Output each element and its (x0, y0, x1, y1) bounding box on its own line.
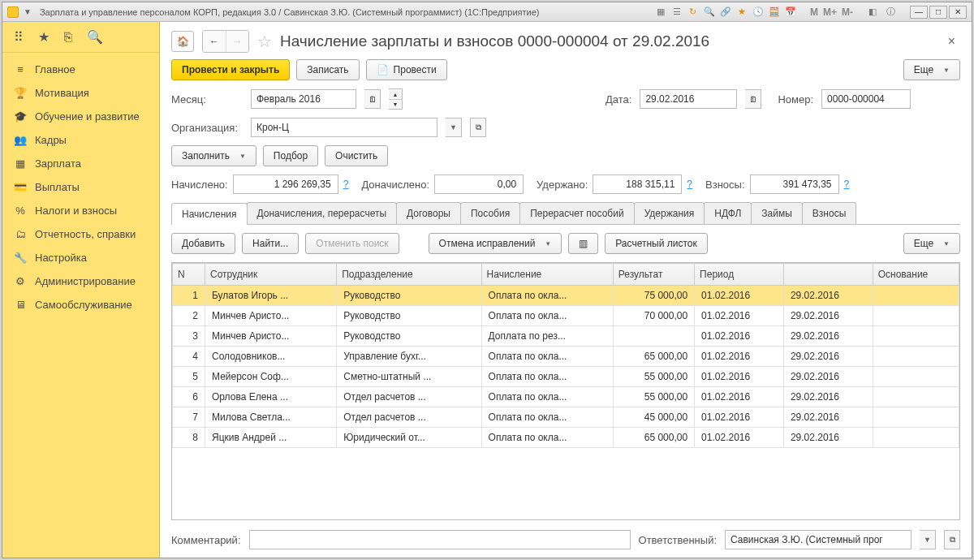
sidebar-item-6[interactable]: %Налоги и взносы (2, 199, 159, 222)
date-input[interactable]: 29.02.2016 (640, 89, 737, 109)
sidebar-item-5[interactable]: 💳Выплаты (2, 175, 159, 199)
date-calendar-icon[interactable]: 🗓 (745, 89, 761, 109)
nav-back-forward: ← → (202, 30, 249, 53)
apps-icon[interactable]: ⠿ (14, 29, 24, 45)
spin-down-icon[interactable]: ▼ (389, 99, 402, 109)
close-tab-button[interactable]: × (943, 34, 960, 49)
calc-icon[interactable]: 🧮 (768, 6, 781, 19)
table-row[interactable]: 6Орлова Елена ...Отдел расчетов ...Оплат… (173, 387, 959, 407)
table-row[interactable]: 3Минчев Аристо...РуководствоДоплата по р… (173, 326, 959, 347)
col-header[interactable]: Период (695, 264, 784, 286)
post-button-label: Провести (394, 64, 437, 75)
sidebar-item-2[interactable]: 🎓Обучение и развитие (2, 105, 159, 128)
minimize-button[interactable]: — (910, 6, 928, 19)
table-row[interactable]: 7Милова Светла...Отдел расчетов ...Оплат… (173, 407, 959, 428)
comment-input[interactable] (249, 530, 631, 549)
maximize-button[interactable]: □ (929, 6, 947, 19)
table-row[interactable]: 5Мейерсон Соф...Сметно-штатный ...Оплата… (173, 367, 959, 387)
tab-1[interactable]: Доначисления, перерасчеты (247, 202, 397, 224)
info-icon[interactable]: ⓘ (884, 6, 897, 19)
link-icon[interactable]: 🔗 (719, 6, 732, 19)
sidebar-item-7[interactable]: 🗂Отчетность, справки (2, 222, 159, 246)
col-header[interactable]: Начисление (481, 264, 613, 286)
columns-button[interactable]: ▥ (568, 233, 598, 254)
responsible-open-icon[interactable]: ⧉ (944, 530, 960, 549)
sidebar-item-9[interactable]: ⚙Администрирование (2, 269, 159, 293)
grid-icon[interactable]: ▦ (654, 6, 667, 19)
sidebar-item-8[interactable]: 🔧Настройка (2, 246, 159, 269)
withheld-help-icon[interactable]: ? (687, 179, 692, 190)
m-plus-button[interactable]: M+ (821, 6, 838, 18)
month-input[interactable]: Февраль 2016 (251, 89, 356, 109)
payslip-button[interactable]: Расчетный листок (605, 233, 707, 254)
list-icon[interactable]: ☰ (670, 6, 683, 19)
responsible-input[interactable]: Савинская З.Ю. (Системный прог (725, 530, 912, 549)
col-header[interactable] (783, 264, 873, 286)
sidebar-icon: ▦ (14, 157, 27, 170)
month-spinner[interactable]: ▲▼ (389, 88, 403, 110)
home-button[interactable]: 🏠 (171, 31, 194, 52)
col-header[interactable]: Результат (613, 264, 694, 286)
table-row[interactable]: 2Минчев Аристо...РуководствоОплата по ок… (173, 306, 959, 326)
m-minus-button[interactable]: M- (840, 6, 855, 18)
tab-8[interactable]: Взносы (802, 202, 856, 224)
table-row[interactable]: 1Булатов Игорь ...РуководствоОплата по о… (173, 286, 959, 306)
post-and-close-button[interactable]: Провести и закрыть (171, 59, 290, 80)
table-row[interactable]: 8Яцкив Андрей ...Юридический от...Оплата… (173, 428, 959, 448)
col-header[interactable]: Сотрудник (205, 264, 337, 286)
sidebar-item-1[interactable]: 🏆Мотивация (2, 81, 159, 105)
tab-6[interactable]: НДФЛ (704, 202, 752, 224)
cancel-search-button[interactable]: Отменить поиск (305, 233, 399, 254)
responsible-dropdown-icon[interactable]: ▼ (920, 530, 936, 549)
grid-more-button[interactable]: Еще (903, 233, 960, 254)
sidebar-item-3[interactable]: 👥Кадры (2, 128, 159, 152)
org-dropdown-icon[interactable]: ▼ (446, 118, 462, 137)
favorite-icon[interactable]: ★ (38, 29, 50, 45)
col-header[interactable]: Подразделение (337, 264, 481, 286)
post-button[interactable]: 📄Провести (366, 59, 447, 80)
sidebar-item-0[interactable]: ≡Главное (2, 58, 159, 81)
sidebar-item-10[interactable]: 🖥Самообслуживание (2, 293, 159, 317)
calendar-icon[interactable]: 📅 (784, 6, 797, 19)
clear-button[interactable]: Очистить (325, 145, 388, 166)
find-button[interactable]: Найти... (242, 233, 299, 254)
accrued-help-icon[interactable]: ? (343, 179, 349, 190)
tab-7[interactable]: Займы (751, 202, 803, 224)
table-row[interactable]: 4Солодовников...Управление бухг...Оплата… (173, 347, 959, 367)
refresh-icon[interactable]: ↻ (687, 6, 700, 19)
cancel-fixes-button[interactable]: Отмена исправлений (429, 233, 562, 254)
tab-0[interactable]: Начисления (171, 203, 248, 225)
save-button[interactable]: Записать (296, 59, 359, 80)
tab-4[interactable]: Перерасчет пособий (519, 202, 634, 224)
back-button[interactable]: ← (203, 31, 226, 52)
m-button[interactable]: M (808, 6, 820, 18)
tab-2[interactable]: Договоры (396, 202, 461, 224)
panel-icon[interactable]: ◧ (866, 6, 879, 19)
grid[interactable]: NСотрудникПодразделениеНачислениеРезульт… (171, 262, 960, 520)
pick-button[interactable]: Подбор (263, 145, 318, 166)
spin-up-icon[interactable]: ▲ (389, 89, 402, 99)
app-menu-dropdown-icon[interactable]: ▼ (24, 7, 32, 16)
search-icon[interactable]: 🔍 (703, 6, 716, 19)
clipboard-icon[interactable]: ⎘ (64, 30, 72, 45)
col-header[interactable]: N (173, 264, 205, 286)
org-open-icon[interactable]: ⧉ (470, 118, 486, 137)
star-icon[interactable]: ★ (735, 6, 748, 19)
sidebar-item-label: Главное (35, 63, 75, 75)
org-input[interactable]: Крон-Ц (251, 118, 437, 137)
forward-button[interactable]: → (226, 31, 248, 52)
col-header[interactable]: Основание (873, 264, 959, 286)
history-icon[interactable]: 🕓 (752, 6, 765, 19)
close-button[interactable]: ✕ (949, 6, 967, 19)
more-button[interactable]: Еще (903, 59, 960, 80)
tab-5[interactable]: Удержания (634, 202, 705, 224)
sidebar-item-4[interactable]: ▦Зарплата (2, 152, 159, 175)
search-sidebar-icon[interactable]: 🔍 (87, 29, 103, 45)
add-row-button[interactable]: Добавить (171, 233, 235, 254)
favorite-star-icon[interactable]: ☆ (257, 32, 272, 51)
fill-button[interactable]: Заполнить (171, 145, 256, 166)
number-input[interactable]: 0000-000004 (821, 89, 911, 109)
tab-3[interactable]: Пособия (460, 202, 520, 224)
contrib-help-icon[interactable]: ? (844, 179, 850, 190)
month-calendar-icon[interactable]: 🗓 (364, 89, 381, 109)
